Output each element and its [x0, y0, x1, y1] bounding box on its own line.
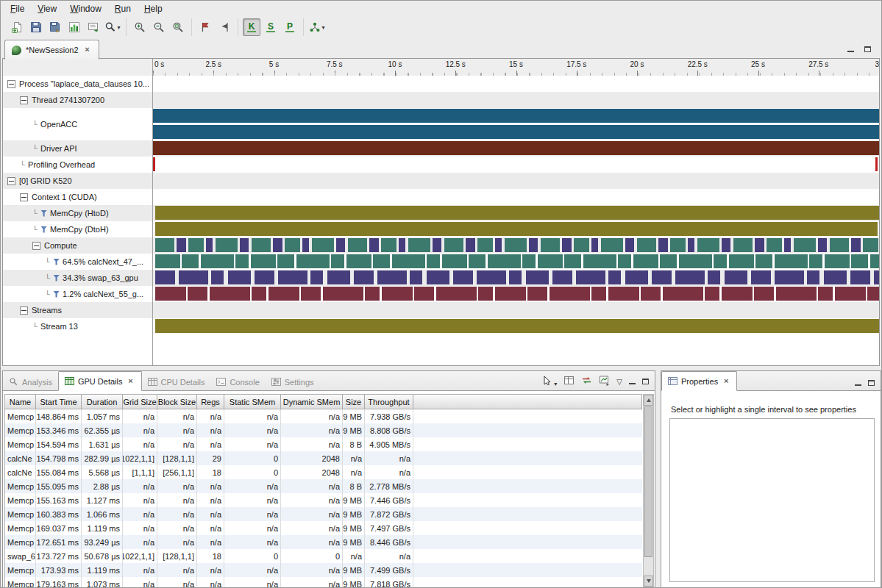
timeline-interval[interactable]: [155, 319, 879, 333]
scroll-thumb[interactable]: [644, 406, 652, 557]
timeline-interval[interactable]: [153, 141, 879, 155]
tree-item-profiling-overhead[interactable]: └Profiling Overhead: [3, 157, 153, 173]
tab-analysis[interactable]: Analysis: [3, 373, 58, 391]
tab-console[interactable]: Console: [210, 373, 265, 391]
view-menu-button[interactable]: ▽: [616, 377, 622, 386]
close-icon[interactable]: [722, 377, 730, 386]
table-row[interactable]: Memcp155.163 ms1.127 msn/an/an/an/an/a9 …: [5, 493, 642, 507]
tree-item-0-grid-k520[interactable]: [0] GRID K520: [3, 173, 153, 189]
table-scrollbar[interactable]: [643, 394, 654, 587]
menu-help[interactable]: Help: [138, 2, 169, 15]
menu-file[interactable]: File: [4, 2, 31, 15]
collapse-toggle[interactable]: [7, 177, 15, 185]
tree-item-thread-2741307200[interactable]: Thread 2741307200: [3, 92, 153, 108]
minimize-button[interactable]: [855, 379, 861, 387]
timeline-interval[interactable]: [153, 157, 155, 171]
table-row[interactable]: Memcp172.651 ms93.249 µsn/an/an/an/an/a9…: [5, 535, 642, 549]
column-header-start-time[interactable]: Start Time: [36, 395, 82, 409]
tree-item-34-3-swap-63-gpu[interactable]: └34.3% swap_63_gpu: [3, 270, 153, 286]
export-img-button[interactable]: [599, 375, 610, 387]
pc-toggle-button[interactable]: P: [281, 18, 299, 36]
menu-run[interactable]: Run: [108, 2, 138, 15]
column-header-static-smem[interactable]: Static SMem: [224, 395, 281, 409]
table-row[interactable]: calcNe154.798 ms282.99 µs1022,1,1][128,1…: [5, 451, 642, 465]
timeline-interval[interactable]: [155, 238, 879, 252]
table-row[interactable]: calcNe155.084 ms5.568 µs[1,1,1][256,1,1]…: [5, 465, 642, 479]
table-row[interactable]: swap_6173.727 ms50.678 µs1022,1,1][128,1…: [5, 549, 642, 563]
column-header-grid-size[interactable]: Grid Size: [123, 395, 157, 409]
scroll-down-button[interactable]: [644, 576, 653, 587]
collapse-toggle[interactable]: [20, 306, 28, 315]
tree-item-memcpy-htod[interactable]: └MemCpy (HtoD): [3, 205, 153, 221]
filter-funnel-icon[interactable]: [53, 259, 60, 265]
close-icon[interactable]: [83, 46, 92, 54]
column-header-regs[interactable]: Regs: [197, 395, 224, 409]
collapse-toggle[interactable]: [7, 80, 15, 88]
tree-item-context-1-cuda[interactable]: Context 1 (CUDA): [3, 189, 153, 205]
table-row[interactable]: Memcp148.864 ms1.057 msn/an/an/an/an/a9 …: [5, 409, 642, 423]
column-header-size[interactable]: Size: [343, 395, 365, 409]
tree-item-64-5-calcnext-47[interactable]: └64.5% calcNext_47_...: [3, 254, 153, 270]
column-header-throughput[interactable]: Throughput: [365, 395, 413, 409]
sync-button[interactable]: [581, 375, 592, 387]
scroll-up-button[interactable]: [644, 395, 653, 406]
column-header-name[interactable]: Name: [5, 395, 36, 409]
timeline-interval[interactable]: [153, 109, 879, 123]
tree-item-streams[interactable]: Streams: [3, 302, 153, 318]
tree-item-process-laplace-data-clauses-10[interactable]: Process "laplace_data_clauses 10...: [3, 76, 153, 92]
tab-cpu-details[interactable]: CPU Details: [142, 373, 211, 391]
tree-item-memcpy-dtoh[interactable]: └MemCpy (DtoH): [3, 221, 153, 237]
tree-item-1-2-calcnext-55-g[interactable]: └1.2% calcNext_55_g...: [3, 286, 153, 302]
filter-funnel-icon[interactable]: [53, 291, 60, 298]
filter-funnel-icon[interactable]: [40, 210, 47, 217]
tree-item-driver-api[interactable]: └Driver API: [3, 140, 153, 157]
column-header-block-size[interactable]: Block Size: [157, 395, 197, 409]
prev-marker-button[interactable]: [216, 18, 233, 36]
tab-session[interactable]: *NewSession2: [4, 40, 99, 60]
zoom-fit-button[interactable]: [169, 18, 187, 36]
menu-view[interactable]: View: [31, 2, 63, 15]
filter-funnel-icon[interactable]: [40, 226, 47, 233]
layout-button[interactable]: [563, 375, 575, 387]
minimize-button[interactable]: [629, 377, 636, 386]
source-toggle-button[interactable]: S: [262, 18, 280, 36]
maximize-button[interactable]: [864, 45, 871, 54]
save-as-button[interactable]: [46, 18, 64, 36]
table-row[interactable]: Memcp160.383 ms1.066 msn/an/an/an/an/a9 …: [5, 507, 642, 521]
save-button[interactable]: [27, 18, 45, 36]
table-row[interactable]: Memcp155.095 ms2.88 µsn/an/an/an/an/a8 B…: [5, 479, 642, 493]
close-icon[interactable]: [127, 377, 135, 386]
kernel-toggle-button[interactable]: K: [243, 18, 260, 36]
timeline-interval[interactable]: [155, 287, 879, 301]
tab-gpu-details[interactable]: GPU Details: [58, 371, 142, 391]
table-row[interactable]: Memcp169.037 ms1.119 msn/an/an/an/an/a9 …: [5, 521, 642, 535]
tab-properties[interactable]: Properties: [661, 371, 737, 391]
show-chart-button[interactable]: [65, 18, 83, 36]
collapse-toggle[interactable]: [20, 96, 28, 104]
timeline-interval[interactable]: [153, 125, 879, 139]
timeline-ruler[interactable]: 0 s2.5 s5 s7.5 s10 s12.5 s15 s17.5 s20 s…: [153, 59, 879, 76]
flow-menu-button[interactable]: ▾: [308, 18, 326, 36]
timeline-interval[interactable]: [155, 254, 879, 268]
tree-item-stream-13[interactable]: └Stream 13: [3, 318, 153, 334]
table-row[interactable]: Memcp179.163 ms1.073 msn/an/an/an/an/a9 …: [5, 577, 642, 588]
tab-settings[interactable]: Settings: [266, 373, 320, 391]
maximize-button[interactable]: [642, 377, 649, 386]
next-marker-button[interactable]: [196, 18, 214, 36]
collapse-toggle[interactable]: [20, 193, 28, 201]
new-session-button[interactable]: [8, 18, 26, 36]
analyze-menu-button[interactable]: ▾: [104, 18, 121, 36]
timeline-interval[interactable]: [155, 222, 878, 236]
filter-funnel-icon[interactable]: [53, 275, 60, 282]
timeline-interval[interactable]: [875, 157, 878, 171]
table-row[interactable]: Memcp153.346 ms62.355 µsn/an/an/an/an/a9…: [5, 423, 642, 437]
tree-item-compute[interactable]: Compute: [3, 237, 153, 254]
collapse-toggle[interactable]: [32, 242, 40, 250]
timeline-interval[interactable]: [155, 206, 879, 220]
maximize-button[interactable]: [868, 379, 875, 387]
select-menu-button[interactable]: ▾: [542, 375, 557, 387]
zoom-in-button[interactable]: [131, 18, 149, 36]
column-header-duration[interactable]: Duration: [82, 395, 123, 409]
column-header-dynamic-smem[interactable]: Dynamic SMem: [281, 395, 343, 409]
table-row[interactable]: Memcp154.594 ms1.631 µsn/an/an/an/an/a8 …: [5, 437, 642, 451]
